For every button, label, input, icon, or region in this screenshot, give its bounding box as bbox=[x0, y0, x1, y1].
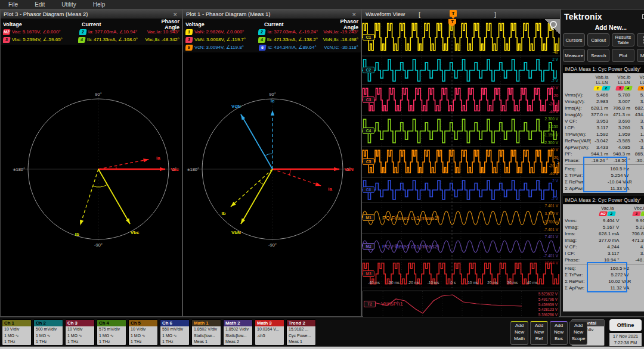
channel-chip-c2[interactable]: C2 bbox=[363, 67, 374, 73]
badge-math2[interactable]: Math 21.8502 V/divStatic[low...Meas 2 bbox=[223, 319, 253, 345]
scale-label: -1.150 V bbox=[543, 133, 558, 137]
sidebar-button-callout[interactable]: Callout bbox=[587, 33, 609, 46]
badge-setting-line: 1 THz bbox=[162, 339, 189, 345]
menu-item-utility[interactable]: Utility bbox=[53, 0, 84, 9]
channel-badge: 2 bbox=[79, 29, 87, 35]
current-text: Ia: 377.03mA, ∠10.94° bbox=[88, 29, 137, 35]
add-new-math-button[interactable]: AddNewMath bbox=[510, 321, 528, 345]
trend-subpanel[interactable]: T2VrmsPh15.523632 V5.491796 V5.459959 V5… bbox=[363, 291, 559, 318]
badge-math3[interactable]: Math 310.0364 V...-ch5 bbox=[255, 319, 284, 345]
meas-value: 1.959 bbox=[613, 131, 635, 138]
phase-angle-arc bbox=[265, 154, 273, 155]
sidebar-button-cursors[interactable]: Cursors bbox=[563, 33, 585, 46]
channel-chip-m1[interactable]: M1 bbox=[363, 214, 374, 221]
scale-label: 2.300 V bbox=[545, 117, 559, 121]
waveform-graticule[interactable]: -20-402 V-2 V40 V20-20 V-40 V2.300 V1.15… bbox=[362, 19, 560, 291]
badge-name: Ch 2 bbox=[34, 320, 63, 326]
meas-value: 1.704 bbox=[635, 131, 644, 138]
axis-angle-label: ±180° bbox=[13, 167, 25, 172]
badge-setting-line: 550 mV/div bbox=[162, 326, 189, 333]
offline-button[interactable]: Offline bbox=[609, 319, 642, 331]
close-plot-icon[interactable]: × bbox=[351, 10, 358, 18]
add-new-scope-button[interactable]: AddNewScope bbox=[569, 321, 587, 345]
badge-trend2[interactable]: Trend 215.9182 ...Cyc Powe...Meas 1 bbox=[286, 319, 316, 345]
channel-chip-t2[interactable]: T2 bbox=[364, 301, 376, 307]
badge-setting-line: 1 MΩ ∿ bbox=[162, 333, 189, 339]
meas-value: -18.50 ° bbox=[613, 157, 635, 164]
badge-ch4[interactable]: Ch 4575 mV/div1 MΩ ∿1 THz bbox=[97, 319, 126, 345]
current-text: Ic: 434.34mA, ∠89.64° bbox=[268, 45, 317, 50]
channel-chip-m3[interactable]: M3 bbox=[363, 270, 374, 277]
add-button-line: Add bbox=[570, 322, 587, 329]
sidebar-button-zoom-select[interactable] bbox=[637, 33, 644, 46]
badge-ch1[interactable]: Ch 110 V/div1 MΩ ∿1 THz bbox=[2, 319, 32, 345]
current-readout: 2Ia: 377.03mA, ∠-19.24° bbox=[258, 29, 323, 35]
meas-value: 3.433 bbox=[591, 144, 613, 151]
phasor-diagram-area: 90°-90°0°±180°VaNIaVbNIbVcNIc bbox=[183, 52, 361, 316]
menu-item-help[interactable]: Help bbox=[85, 0, 114, 9]
add-new-bus-button[interactable]: AddNewBus bbox=[550, 321, 568, 345]
badge-setting-line: 1 THz bbox=[36, 339, 63, 345]
meas-col-badges: 56 bbox=[635, 86, 644, 91]
arrowhead bbox=[315, 182, 321, 186]
meas-value: 3.117 bbox=[591, 250, 624, 257]
channel-badge: 1 bbox=[185, 29, 193, 35]
phasor-readout-row: 5VcN: 3.0094V, ∠119.8°6Ic: 434.34mA, ∠89… bbox=[185, 43, 358, 51]
channel-chip-c3[interactable]: C3 bbox=[363, 96, 374, 103]
channel-chip-m2[interactable]: M2 bbox=[363, 243, 374, 250]
arrowhead bbox=[334, 167, 339, 171]
meas-col-sub: LL-LN bbox=[591, 80, 613, 85]
window-bottom-edge bbox=[0, 347, 644, 349]
meas-row-label: Vmag: bbox=[565, 224, 591, 230]
panel-drag-handle[interactable]: ⋮ bbox=[555, 160, 561, 163]
add-button-line: New bbox=[570, 329, 587, 335]
channel-chip-c1[interactable]: C1 bbox=[363, 34, 374, 40]
source-badge: 3 bbox=[632, 211, 641, 216]
sidebar-button-more-[interactable]: More... bbox=[637, 49, 644, 62]
meas-value: -3.042 bbox=[591, 138, 613, 144]
badge-math1[interactable]: Math 11.8502 V/divStatic[low...Meas 1 bbox=[191, 319, 221, 345]
waveform-title-bar[interactable]: Waveform View [ T ] bbox=[362, 10, 560, 19]
channel-chip-c6[interactable]: C6 bbox=[363, 186, 374, 193]
meas-column-header: Vac,IaM22 bbox=[591, 205, 624, 216]
plot3-phasor-panel: Plot 3 - Phasor Diagram (Meas 2)×Voltage… bbox=[0, 9, 182, 317]
menu-item-edit[interactable]: Edit bbox=[26, 0, 53, 9]
close-plot-icon[interactable]: × bbox=[172, 10, 179, 18]
meas-value: 3.260 bbox=[624, 250, 644, 257]
meas-value: 3.813 bbox=[635, 144, 644, 151]
vector-label: Ib bbox=[75, 232, 79, 237]
meas-col-headers: Vac,IaM22Vbc,Ib34 bbox=[565, 205, 644, 216]
badge-setting-line: 10.0364 V... bbox=[257, 326, 284, 333]
channel-badge: 3 bbox=[3, 37, 11, 43]
sidebar-button-search[interactable]: Search bbox=[587, 49, 609, 62]
source-badge: 4 bbox=[640, 211, 644, 216]
zoom-bracket-open-icon[interactable]: [ bbox=[419, 10, 420, 19]
zoom-magnifier-icon[interactable] bbox=[544, 19, 560, 35]
menu-bar: FileEditUtilityHelp bbox=[0, 0, 644, 9]
voltage-readout: 3VbN: 3.0068V, ∠-119.7° bbox=[185, 37, 258, 43]
badge-settings: 10 V/div1 MΩ ∿1 THz bbox=[129, 326, 157, 345]
voltage-text: Vac: 5.1670V, ∠0.000° bbox=[12, 29, 61, 35]
channel-chip-c4[interactable]: C4 bbox=[363, 127, 374, 134]
menu-item-file[interactable]: File bbox=[0, 0, 26, 9]
sidebar-button-measure[interactable]: Measure bbox=[563, 49, 585, 62]
zoom-bracket-close-icon[interactable]: ] bbox=[494, 10, 496, 19]
sidebar-button-results-table[interactable]: Results Table bbox=[612, 33, 634, 46]
badge-ch6[interactable]: Ch 6550 mV/div1 MΩ ∿1 THz bbox=[160, 319, 190, 345]
add-new-ref-button[interactable]: AddNewRef bbox=[530, 321, 548, 345]
channel-chip-c5[interactable]: C5 bbox=[363, 158, 374, 165]
sidebar-button-plot[interactable]: Plot bbox=[612, 49, 634, 62]
channel-badge: 4 bbox=[258, 37, 266, 43]
badge-ch5[interactable]: Ch 510 V/div1 MΩ ∿1 THz bbox=[128, 319, 158, 345]
arrowhead bbox=[143, 158, 148, 162]
time-tick-label: 30 ms bbox=[507, 281, 518, 285]
vector-label: Ia bbox=[156, 155, 160, 161]
meas-value: 9.965 V bbox=[624, 217, 644, 224]
badge-ch2[interactable]: Ch 2500 mV/div1 MΩ ∿1 THz bbox=[33, 319, 63, 345]
meas-row: ApPwr(VA):3.4334.0853.813 bbox=[565, 144, 644, 151]
scale-label: -2.300 V bbox=[543, 141, 558, 145]
badge-ch3[interactable]: Ch 310 V/div1 MΩ ∿1 THz bbox=[65, 319, 95, 345]
meas-row: TrPwr(W):1.5921.9591.704 bbox=[565, 131, 644, 138]
trigger-flag-icon[interactable]: T bbox=[450, 10, 457, 17]
meas-row: Vmag(V):2.9833.0073.009 bbox=[565, 98, 644, 105]
